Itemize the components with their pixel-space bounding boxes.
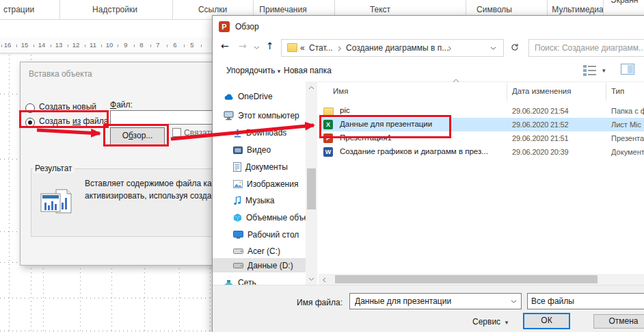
ok-button[interactable]: ОК — [523, 313, 570, 329]
organize-button[interactable]: Упорядочить ▾ — [226, 66, 280, 75]
recent-locations-chevron-icon[interactable] — [254, 46, 260, 50]
address-dropdown-chevron-icon[interactable] — [490, 47, 496, 51]
breadcrumb-crumb[interactable]: Создание диаграммы в п... — [346, 43, 448, 53]
file-field-label: Файл: — [110, 100, 133, 110]
computer-icon — [224, 111, 234, 120]
ribbon-separator — [172, 0, 173, 19]
scroll-left-icon[interactable] — [322, 277, 326, 283]
file-row-pic[interactable]: pic 29.06.2020 21:54 Папка с ф — [319, 104, 644, 118]
radio-create-from-file-label: Создать из файла — [39, 116, 108, 126]
link-checkbox[interactable] — [172, 128, 181, 137]
filetype-combobox[interactable]: Все файлы — [527, 293, 644, 309]
sidebar-item-drive-c[interactable]: Acer (C:) — [213, 244, 306, 258]
sidebar-item-this-pc[interactable]: Этот компьютер — [213, 109, 306, 123]
ruler-number: 13 — [53, 41, 64, 49]
browse-dialog-titlebar[interactable]: P Обзор — [213, 16, 644, 38]
column-separator[interactable] — [606, 83, 606, 101]
file-row-data-for-presentation[interactable]: X Данные для презентации 29.06.2020 21:5… — [319, 118, 644, 131]
link-checkbox-label: Связать — [184, 128, 215, 138]
file-name: Презентация1 — [340, 133, 392, 142]
sidebar-scrollbar[interactable] — [306, 81, 317, 285]
filename-combobox[interactable] — [349, 293, 522, 309]
ribbon-separator — [59, 0, 60, 19]
sidebar-item-videos[interactable]: Видео — [213, 143, 306, 157]
scroll-up-icon[interactable] — [308, 86, 314, 90]
horizontal-scrollbar-thumb[interactable] — [335, 275, 598, 283]
file-name: Данные для презентации — [340, 120, 432, 128]
sidebar-item-label: Этот компьютер — [238, 111, 299, 120]
sidebar-item-label: Acer (C:) — [247, 246, 280, 256]
column-header-type[interactable]: Тип — [611, 87, 624, 95]
ruler-number: 6 — [170, 41, 180, 49]
refresh-button[interactable] — [505, 39, 524, 55]
column-header-date[interactable]: Дата изменения — [512, 87, 571, 95]
search-input[interactable] — [533, 42, 644, 53]
scroll-down-icon[interactable] — [308, 277, 314, 281]
up-button[interactable]: ↑ — [266, 40, 274, 51]
filename-input[interactable] — [353, 296, 500, 307]
tools-button[interactable]: Сервис ▾ — [472, 317, 508, 327]
insert-object-dialog-title: Вставка объекта — [29, 69, 92, 79]
ruler-number: 14 — [36, 41, 47, 49]
sidebar-item-onedrive[interactable]: OneDrive — [213, 90, 306, 103]
radio-create-new[interactable] — [25, 103, 35, 113]
breadcrumb-crumb[interactable]: Стат... — [309, 43, 333, 53]
sidebar-item-music[interactable]: Музыка — [213, 194, 306, 207]
combo-chevron-icon[interactable] — [511, 300, 517, 304]
sidebar-item-desktop[interactable]: Рабочий стол — [213, 228, 306, 242]
desktop-icon — [233, 231, 243, 239]
ribbon-clipped-button-label: Экранн — [611, 0, 638, 5]
cancel-button[interactable]: Отмена — [593, 314, 644, 329]
forward-button[interactable]: → — [239, 40, 247, 51]
ruler-tick — [150, 44, 151, 47]
sidebar-item-3d-objects[interactable]: Объемные объе — [213, 211, 306, 225]
sidebar-item-downloads[interactable]: Downloads — [213, 126, 306, 140]
ruler-tick — [85, 44, 85, 47]
radio-create-from-file[interactable] — [25, 118, 35, 127]
sidebar-item-pictures[interactable]: Изображения — [213, 177, 306, 191]
result-description-line1: Вставляет содержимое файла как о — [85, 179, 222, 188]
breadcrumb-separator-icon[interactable] — [338, 46, 342, 51]
ribbon-group-addins: Надстройки — [92, 5, 137, 14]
downloads-icon — [233, 129, 242, 138]
refresh-icon — [511, 43, 519, 51]
ribbon-group-links: Ссылки — [198, 5, 227, 14]
sidebar-item-label: Документы — [245, 162, 288, 172]
grid-line — [0, 331, 217, 331]
view-dropdown-triangle-icon[interactable]: ▾ — [602, 67, 606, 74]
file-list-horizontal-scrollbar[interactable] — [319, 274, 644, 285]
breadcrumb-separator-icon[interactable] — [448, 46, 452, 51]
grid-line — [0, 231, 21, 232]
command-toolbar: Упорядочить ▾ Новая папка ▾ — [213, 60, 644, 82]
breadcrumb-collapsed[interactable]: « — [300, 43, 305, 53]
details-view-icon[interactable] — [582, 64, 598, 76]
ribbon-group-symbols: Символы — [477, 5, 512, 14]
new-folder-button[interactable]: Новая папка — [284, 66, 332, 75]
ribbon-group-text: Текст — [370, 5, 390, 14]
filename-label: Имя файла: — [281, 298, 343, 307]
preview-pane-icon[interactable] — [621, 64, 634, 75]
grid-line — [111, 260, 112, 332]
browse-dialog: P Обзор ← → ↑ « Стат... Создание диаграм… — [212, 15, 644, 332]
column-header-name[interactable]: Имя — [333, 87, 348, 95]
tools-dropdown-triangle-icon: ▾ — [505, 319, 509, 326]
search-box[interactable] — [528, 39, 644, 57]
column-separator[interactable] — [507, 83, 507, 101]
sidebar-item-drive-d[interactable]: Данные (D:) — [213, 258, 306, 272]
file-date: 29.06.2020 21:52 — [512, 120, 568, 129]
file-type: Папка с ф — [611, 107, 644, 115]
file-row-presentation1[interactable]: P Презентация1 29.06.2020 21:51 Презента — [319, 131, 644, 145]
sidebar-item-network[interactable]: Сеть — [213, 276, 306, 285]
documents-icon — [233, 162, 241, 172]
ruler-number: 5 — [187, 41, 198, 49]
back-button[interactable]: ← — [221, 40, 229, 51]
browse-button[interactable]: Обзор... — [110, 127, 165, 145]
address-bar[interactable]: « Стат... Создание диаграммы в п... — [281, 39, 504, 57]
sidebar-item-documents[interactable]: Документы — [213, 160, 306, 174]
folder-icon — [287, 43, 297, 52]
sidebar-scrollbar-thumb[interactable] — [307, 168, 316, 209]
file-row-creating-charts-doc[interactable]: W Создание графиков и диаграмм в през...… — [319, 145, 644, 159]
file-type: Лист Mic — [611, 120, 641, 129]
file-name: pic — [340, 106, 350, 114]
sort-ascending-chevron-icon — [453, 79, 459, 83]
